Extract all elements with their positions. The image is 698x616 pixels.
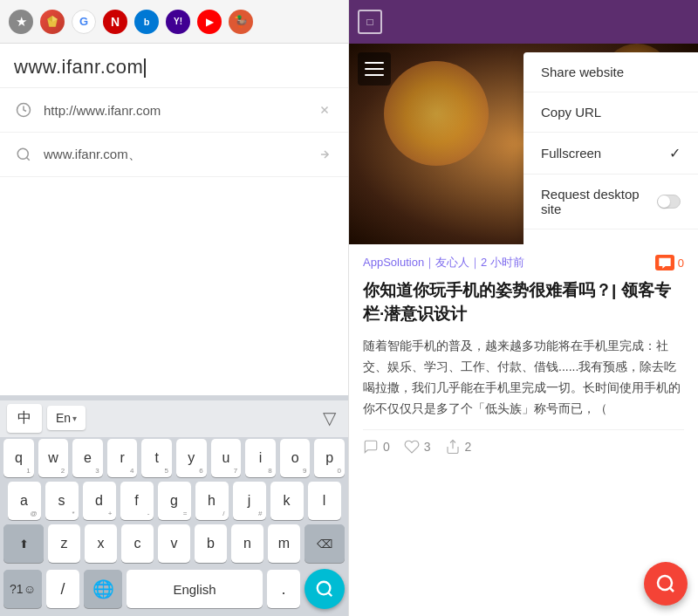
suggestion-item-2[interactable]: www.ifanr.com、 — [0, 133, 348, 177]
svg-line-13 — [670, 588, 674, 592]
kb-slash-label: / — [60, 580, 65, 599]
suggestions-list: http://www.ifanr.com www.ifanr.com、 — [0, 88, 348, 395]
article-title: 你知道你玩手机的姿势很难看吗？| 领客专栏·潜意识设计 — [363, 279, 684, 325]
kb-key-m[interactable]: m — [268, 524, 300, 563]
kb-key-g[interactable]: g= — [158, 482, 191, 520]
search-fab[interactable] — [644, 562, 688, 606]
copy-url-label: Copy URL — [541, 105, 601, 120]
kb-key-w[interactable]: w2 — [38, 439, 69, 477]
kb-row-3: ⬆ z x c v b n m ⌫ — [3, 524, 345, 563]
kb-key-z[interactable]: z — [48, 524, 80, 563]
kb-key-x[interactable]: x — [85, 524, 117, 563]
address-bar-container[interactable]: www.ifanr.com — [0, 44, 348, 88]
kb-key-f[interactable]: f- — [120, 482, 154, 520]
kb-search-key[interactable] — [305, 569, 345, 609]
footer-share-count: 2 — [465, 440, 472, 454]
kb-key-v[interactable]: v — [158, 524, 190, 563]
like-count-item[interactable]: 3 — [404, 439, 431, 455]
article-footer: 0 3 2 — [363, 429, 684, 455]
website-preview: Share website Copy URL Fullscreen ✓ Requ… — [349, 44, 698, 244]
svg-point-12 — [658, 576, 672, 590]
menu-button[interactable] — [358, 52, 391, 86]
kb-dismiss-button[interactable]: ▽ — [318, 402, 341, 434]
star-icon[interactable]: ★ — [9, 10, 33, 34]
suggestion-clear-2[interactable] — [315, 145, 334, 164]
chevron-down-icon: ▾ — [72, 414, 77, 423]
kb-key-e[interactable]: e3 — [72, 439, 103, 477]
article-meta: AppSolution｜友心人｜2 小时前 0 — [363, 255, 684, 270]
kb-key-s[interactable]: s* — [45, 482, 79, 520]
request-desktop-item[interactable]: Request desktop site — [524, 175, 698, 229]
share-website-item[interactable]: Share website — [524, 52, 698, 92]
toggle-switch[interactable] — [657, 195, 681, 209]
kb-key-r[interactable]: r4 — [107, 439, 138, 477]
history-icon — [14, 100, 33, 120]
duck-icon[interactable]: 🦆 — [229, 10, 253, 34]
kb-shift-key[interactable]: ⬆ — [3, 524, 44, 563]
kb-key-b[interactable]: b — [195, 524, 227, 563]
svg-point-6 — [17, 148, 28, 159]
tab-icon[interactable]: □ — [358, 10, 382, 34]
comment-count: 0 — [678, 257, 684, 270]
suggestion-clear-1[interactable] — [315, 100, 334, 120]
kb-key-c[interactable]: c — [121, 524, 154, 563]
kb-key-d[interactable]: d+ — [83, 482, 116, 520]
browser-header: □ — [349, 0, 698, 44]
kb-backspace-key[interactable]: ⌫ — [305, 524, 345, 563]
kb-key-u[interactable]: u7 — [211, 439, 242, 477]
address-bar[interactable]: www.ifanr.com — [14, 56, 334, 79]
kb-key-k[interactable]: k — [270, 482, 304, 520]
kb-key-y[interactable]: y6 — [176, 439, 207, 477]
share-count-item[interactable]: 2 — [445, 439, 472, 455]
address-bar-text: www.ifanr.com — [14, 56, 143, 78]
kb-sym-key[interactable]: ?1☺ — [3, 570, 42, 608]
search-icon — [14, 145, 33, 164]
kb-key-t[interactable]: t5 — [141, 439, 172, 477]
kb-slash-key[interactable]: / — [46, 570, 79, 608]
kb-key-n[interactable]: n — [231, 524, 263, 563]
find-on-page-label: Find on page — [541, 242, 618, 244]
youtube-icon[interactable]: ▶ — [197, 10, 222, 34]
kb-bottom-row: ?1☺ / 🌐 English . — [0, 569, 348, 613]
bing-icon[interactable]: b — [134, 10, 159, 34]
context-menu: Share website Copy URL Fullscreen ✓ Requ… — [524, 52, 698, 244]
kb-lang-en-text: En — [56, 411, 71, 425]
kb-space-key[interactable]: English — [127, 570, 263, 608]
kb-key-j[interactable]: j# — [233, 482, 266, 520]
kb-key-l[interactable]: l — [308, 482, 341, 520]
check-icon: ✓ — [669, 145, 681, 161]
copy-url-item[interactable]: Copy URL — [524, 92, 698, 133]
article-meta-text: AppSolution｜友心人｜2 小时前 — [363, 255, 524, 270]
kb-key-o[interactable]: o9 — [280, 439, 311, 477]
fullscreen-label: Fullscreen — [541, 146, 601, 161]
request-desktop-label: Request desktop site — [541, 187, 657, 216]
kb-globe-key[interactable]: 🌐 — [84, 570, 122, 608]
kb-key-q[interactable]: q1 — [3, 439, 34, 477]
yahoo-icon[interactable]: Y! — [166, 10, 190, 34]
google-icon[interactable]: G — [72, 10, 96, 34]
footer-comment-count: 0 — [383, 440, 390, 454]
find-on-page-item[interactable]: Find on page — [524, 229, 698, 244]
article-content: AppSolution｜友心人｜2 小时前 0 你知道你玩手机的姿势很难看吗？|… — [349, 244, 698, 465]
kb-key-a[interactable]: a@ — [8, 482, 41, 520]
kb-period-key[interactable]: . — [267, 570, 300, 608]
ruby-icon[interactable] — [40, 10, 65, 34]
kb-row-2: a@ s* d+ f- g= h/ j# k l — [3, 482, 345, 520]
comment-bubble — [655, 255, 674, 270]
kb-key-h[interactable]: h/ — [195, 482, 229, 520]
comment-badge[interactable]: 0 — [655, 255, 684, 270]
article-body: 随着智能手机的普及，越来越多功能将在手机里完成：社交、娱乐、学习、工作、付款、借… — [363, 336, 684, 419]
kb-lang-zh[interactable]: 中 — [7, 404, 42, 433]
kb-key-i[interactable]: i8 — [245, 439, 276, 477]
footer-like-count: 3 — [424, 440, 431, 454]
n-icon[interactable]: N — [103, 10, 127, 34]
suggestion-item[interactable]: http://www.ifanr.com — [0, 88, 348, 133]
kb-row-1: q1 w2 e3 r4 t5 y6 u7 i8 o9 p0 — [3, 439, 345, 477]
fullscreen-item[interactable]: Fullscreen ✓ — [524, 133, 698, 175]
left-panel: ★ G N b Y! ▶ 🦆 www.ifanr.com http://www.… — [0, 0, 349, 616]
svg-point-9 — [318, 582, 331, 595]
kb-lang-en[interactable]: En ▾ — [47, 406, 86, 430]
kb-key-p[interactable]: p0 — [314, 439, 345, 477]
tab-icon-label: □ — [366, 16, 373, 28]
comment-count-item[interactable]: 0 — [363, 439, 390, 455]
